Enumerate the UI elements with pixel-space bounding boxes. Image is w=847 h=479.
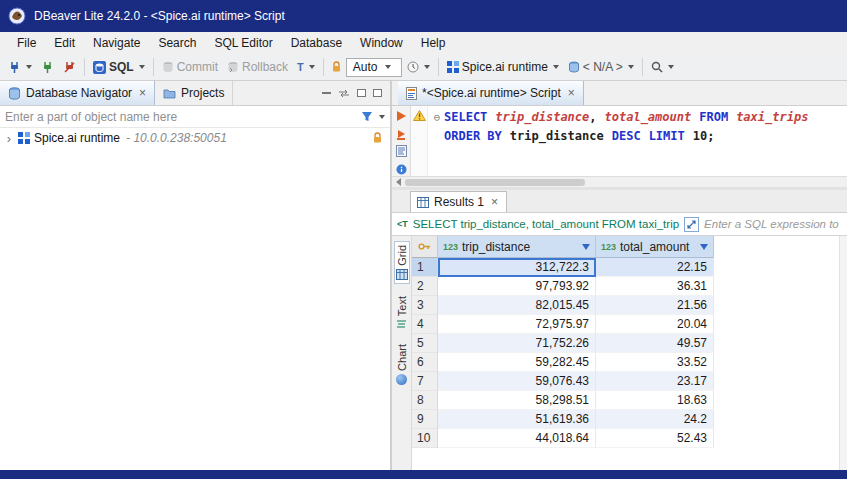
grid-row-2[interactable]: 2 97,793.92 36.31 <box>412 277 847 296</box>
grid-cell[interactable]: 44,018.64 <box>438 429 596 448</box>
disconnect-button[interactable] <box>59 59 80 76</box>
sql-line-2[interactable]: ORDER BY trip_distance DESC LIMIT 10; <box>430 127 847 146</box>
grid-row-6[interactable]: 6 59,282.45 33.52 <box>412 353 847 372</box>
grid-row-4[interactable]: 4 72,975.97 20.04 <box>412 315 847 334</box>
grid-row-10[interactable]: 10 44,018.64 52.43 <box>412 429 847 448</box>
minimize-icon[interactable] <box>322 92 331 94</box>
fold-collapse-icon[interactable]: ⊖ <box>430 108 444 127</box>
results-view-tab-chart[interactable]: Chart <box>395 341 409 388</box>
tab-database-navigator[interactable]: Database Navigator × <box>0 81 155 105</box>
grid-cell[interactable]: 51,619.36 <box>438 410 596 429</box>
results-view-tab-text[interactable]: Text <box>395 293 409 332</box>
row-number[interactable]: 5 <box>412 334 438 353</box>
grid-vertical-scrollbar[interactable] <box>839 236 847 470</box>
close-icon[interactable]: × <box>491 196 498 208</box>
explain-plan-button[interactable] <box>394 145 409 159</box>
tab-projects[interactable]: Projects <box>155 81 233 105</box>
commit-mode-select[interactable]: Auto <box>346 58 402 77</box>
menu-navigate[interactable]: Navigate <box>84 33 149 53</box>
grid-cell[interactable]: 22.15 <box>596 258 714 277</box>
scroll-left-icon[interactable] <box>396 178 401 186</box>
row-number[interactable]: 8 <box>412 391 438 410</box>
grid-cell[interactable]: 33.52 <box>596 353 714 372</box>
transaction-log-button[interactable] <box>403 59 434 75</box>
tab-results-1[interactable]: Results 1 × <box>410 191 507 212</box>
row-number[interactable]: 10 <box>412 429 438 448</box>
row-number[interactable]: 9 <box>412 410 438 429</box>
grid-corner-cell[interactable] <box>412 236 438 258</box>
expand-filter-panel-button[interactable] <box>684 217 699 232</box>
row-number[interactable]: 6 <box>412 353 438 372</box>
chevron-down-icon[interactable] <box>379 115 385 119</box>
grid-cell[interactable]: 72,975.97 <box>438 315 596 334</box>
sql-line-1[interactable]: ⊖ SELECT trip_distance , total_amount FR… <box>430 108 847 127</box>
menu-search[interactable]: Search <box>149 33 205 53</box>
row-number[interactable]: 4 <box>412 315 438 334</box>
grid-cell[interactable]: 58,298.51 <box>438 391 596 410</box>
grid-row-7[interactable]: 7 59,076.43 23.17 <box>412 372 847 391</box>
menu-window[interactable]: Window <box>351 33 412 53</box>
commit-button[interactable]: Commit <box>158 58 222 76</box>
filter-expression-input[interactable] <box>704 218 842 230</box>
grid-row-5[interactable]: 5 71,752.26 49.57 <box>412 334 847 353</box>
sort-desc-icon[interactable] <box>582 244 590 250</box>
transaction-mode-button[interactable]: T <box>293 59 319 75</box>
grid-row-3[interactable]: 3 82,015.45 21.56 <box>412 296 847 315</box>
row-number[interactable]: 1 <box>412 258 438 277</box>
connect-button[interactable] <box>4 59 36 76</box>
results-view-tab-grid[interactable]: Grid <box>394 241 410 284</box>
editor-horizontal-scrollbar[interactable] <box>392 176 847 187</box>
connection-selector[interactable]: Spice.ai runtime <box>443 58 563 76</box>
row-number[interactable]: 7 <box>412 372 438 391</box>
menu-edit[interactable]: Edit <box>45 33 84 53</box>
row-number[interactable]: 2 <box>412 277 438 296</box>
reconnect-button[interactable] <box>37 59 58 76</box>
column-header-trip-distance[interactable]: 123 trip_distance <box>438 236 596 258</box>
grid-cell[interactable]: 59,282.45 <box>438 353 596 372</box>
title-bar[interactable]: DBeaver Lite 24.2.0 - <Spice.ai runtime>… <box>0 0 847 32</box>
close-icon[interactable]: × <box>568 87 575 99</box>
menu-sql-editor[interactable]: SQL Editor <box>205 33 281 53</box>
link-editor-icon[interactable] <box>338 89 350 98</box>
execute-script-button[interactable] <box>394 127 409 141</box>
close-icon[interactable]: × <box>139 87 146 99</box>
grid-row-8[interactable]: 8 58,298.51 18.63 <box>412 391 847 410</box>
maximize-icon[interactable] <box>357 89 366 97</box>
row-number[interactable]: 3 <box>412 296 438 315</box>
filter-funnel-icon[interactable] <box>361 111 373 122</box>
grid-cell[interactable]: 20.04 <box>596 315 714 334</box>
grid-cell[interactable]: 71,752.26 <box>438 334 596 353</box>
scrollbar-thumb[interactable] <box>405 179 585 186</box>
new-sql-editor-button[interactable]: SQL <box>89 58 149 76</box>
grid-row-1[interactable]: 1 312,722.3 22.15 <box>412 258 847 277</box>
sql-code-area[interactable]: ⊖ SELECT trip_distance , total_amount FR… <box>428 106 847 176</box>
search-button[interactable] <box>647 59 678 75</box>
object-filter-input[interactable] <box>5 110 357 124</box>
grid-cell[interactable]: 23.17 <box>596 372 714 391</box>
column-header-total-amount[interactable]: 123 total_amount <box>596 236 714 258</box>
grid-cell[interactable]: 18.63 <box>596 391 714 410</box>
grid-row-9[interactable]: 9 51,619.36 24.2 <box>412 410 847 429</box>
grid-cell[interactable]: 59,076.43 <box>438 372 596 391</box>
sort-desc-icon[interactable] <box>700 244 708 250</box>
restore-icon[interactable] <box>373 89 382 97</box>
grid-cell[interactable]: 49.57 <box>596 334 714 353</box>
grid-cell[interactable]: 312,722.3 <box>438 258 596 277</box>
grid-cell[interactable]: 21.56 <box>596 296 714 315</box>
rollback-button[interactable]: Rollback <box>223 58 292 76</box>
menu-help[interactable]: Help <box>412 33 455 53</box>
menu-file[interactable]: File <box>8 33 45 53</box>
menu-database[interactable]: Database <box>282 33 351 53</box>
database-selector[interactable]: < N/A > <box>564 58 638 76</box>
grid-cell[interactable]: 97,793.92 <box>438 277 596 296</box>
connection-tree-item[interactable]: › Spice.ai runtime - 10.0.0.238:50051 <box>0 128 390 148</box>
grid-cell[interactable]: 36.31 <box>596 277 714 296</box>
custom-filter-icon[interactable]: <T <box>397 219 408 229</box>
tree-expander-icon[interactable]: › <box>4 132 14 145</box>
tab-sql-script[interactable]: *<Spice.ai runtime> Script × <box>398 81 584 105</box>
grid-cell[interactable]: 24.2 <box>596 410 714 429</box>
grid-cell[interactable]: 82,015.45 <box>438 296 596 315</box>
execute-statement-button[interactable] <box>394 109 409 123</box>
output-button[interactable] <box>394 162 409 176</box>
grid-cell[interactable]: 52.43 <box>596 429 714 448</box>
